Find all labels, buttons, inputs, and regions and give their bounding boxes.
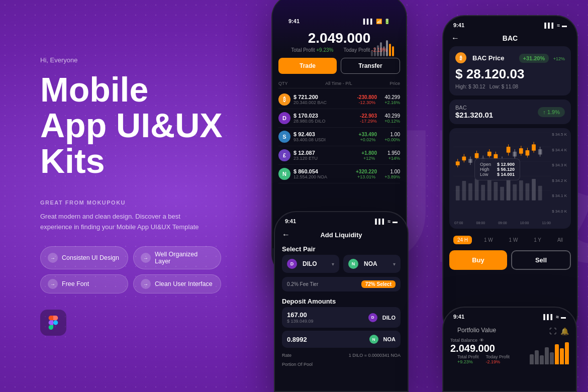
deposit2-amount: 0.8992: [287, 336, 307, 343]
svg-rect-30: [487, 152, 492, 156]
svg-rect-5: [456, 186, 460, 201]
status-icons-3: ▌▌▌≈▬: [375, 219, 398, 224]
phone-portfolio: 9:41 ▌▌▌≈▬ Portfolio Value ⛶ 🔔 Total Bal…: [442, 307, 577, 392]
left-panel: Hi, Everyone Mobile App UI&UX Kits GREAT…: [40, 0, 251, 392]
asset-icon-dilo: D: [278, 112, 290, 124]
noa-icon: N: [348, 259, 358, 269]
asset-change-etu: +1.800 +12%: [361, 150, 377, 161]
svg-rect-46: [538, 149, 542, 155]
asset-change-dilo: -22.903 -17.29%: [360, 113, 377, 124]
portion-row: Portion Of Pool: [275, 360, 408, 369]
svg-rect-42: [526, 150, 530, 156]
svg-rect-11: [494, 182, 498, 201]
portfolio-header: Portfolio Value ⛶ 🔔: [443, 322, 576, 338]
asset-price-btc: 40.299 +2.16%: [379, 94, 400, 105]
pair-select-noa[interactable]: N NOA ▾: [343, 255, 401, 273]
table-row: S $ 92.403 93.400.08 USDI +33.490 +0.02%…: [278, 128, 400, 146]
tag-3: → Free Font: [40, 274, 128, 293]
asset-change-usdi: +33.490 +0.02%: [359, 132, 377, 142]
portfolio-mini-chart: [530, 339, 569, 364]
bac-big-price: $ 28.120.03: [455, 66, 565, 82]
bac-mini-info: BAC $21.320.01: [455, 105, 493, 119]
asset-info-noa: $ 860.054 12.554.200 NOA: [293, 168, 354, 179]
asset-price-noa: 1.00 +3.89%: [379, 169, 400, 179]
phone1-mini-chart: [371, 40, 394, 56]
buy-sell-row: Buy Sell: [443, 247, 577, 276]
svg-rect-22: [462, 157, 466, 161]
time-tabs: 24 H 1 W 1 W 1 Y All: [443, 233, 577, 247]
status-icons-2: ▌▌▌≈▬: [544, 23, 567, 28]
bac-title: BAC: [503, 34, 518, 42]
time-tab-1w2[interactable]: 1 W: [505, 236, 522, 244]
bac-header: ← BAC: [443, 30, 577, 46]
add-liq-header: ← Add Liquidity: [275, 226, 408, 243]
deposit2-icon: N: [369, 335, 378, 344]
time-tab-1y[interactable]: 1 Y: [530, 236, 545, 244]
time-tab-1w[interactable]: 1 W: [480, 236, 497, 244]
bac-badge-pct: +31.20%: [519, 54, 549, 63]
deposit1-icon: D: [368, 313, 377, 322]
phone4-status: 9:41 ▌▌▌≈▬: [443, 308, 576, 322]
asset-price-etu: 1.950 +14%: [379, 150, 400, 161]
asset-info-usdi: $ 92.403 93.400.08 USDI: [293, 131, 357, 142]
table-row: D $ 170.023 28.980.05 DILO -22.903 -17.2…: [278, 109, 400, 128]
rate-row: Rate 1 DILO = 0.0000341 NOA: [275, 351, 408, 360]
asset-icon-etu: £: [278, 149, 290, 161]
tag-arrow-4: →: [141, 279, 151, 289]
tag-4: → Clean User Interface: [133, 274, 221, 293]
phone-bac: 9:41 ▌▌▌≈▬ ← BAC ₿ BAC Price +31.20%: [442, 15, 578, 337]
asset-change-noa: +320.220 +13.01%: [356, 169, 377, 179]
table-row: N $ 860.054 12.554.200 NOA +320.220 +13.…: [278, 165, 400, 183]
fee-badge: 72% Select: [361, 280, 396, 288]
trade-button[interactable]: Trade: [278, 58, 337, 74]
asset-info-dilo: $ 170.023 28.980.05 DILO: [293, 113, 358, 124]
select-pair-label: Select Pair: [275, 243, 408, 255]
status-icons-1: ▌▌▌📶🔋: [363, 19, 390, 24]
pair-row: D DILO ▾ N NOA ▾: [275, 255, 408, 277]
asset-info-etu: $ 12.087 23.120 ETU: [293, 150, 359, 161]
bac-mini-card: BAC $21.320.01 ↑ 1.9%: [449, 100, 571, 124]
asset-icon-noa: N: [278, 168, 290, 180]
description-text: Great modern and clean design. Discover …: [40, 212, 201, 233]
asset-price-dilo: 40.299 +0.12%: [379, 113, 400, 124]
buy-button[interactable]: Buy: [449, 250, 507, 270]
deposit-row-2: 0.8992 N NOA: [282, 331, 401, 348]
bac-high-low: High: $ 30.12 Low: $ 11.08: [455, 84, 565, 89]
tag-arrow-3: →: [48, 279, 58, 289]
tag-2: → Well Organized Layer: [133, 246, 221, 269]
add-liq-back-arrow[interactable]: ←: [282, 230, 290, 239]
portfolio-big-num: 2.049.000: [450, 343, 523, 354]
fee-label: 0.2% Fee Tier: [287, 281, 318, 287]
pair-coin-dilo: D DILO: [287, 259, 317, 269]
chevron-down-icon-2: ▾: [393, 261, 396, 267]
phone1-table-header: QTY All Time - P/L Price: [278, 79, 400, 88]
deposit-row-1: 167.00 $ 139.049.09 D DILO: [282, 307, 401, 328]
chevron-down-icon-1: ▾: [332, 261, 334, 267]
time-tab-all[interactable]: All: [553, 236, 567, 244]
svg-rect-14: [513, 184, 517, 201]
pair-coin-noa: N NOA: [348, 259, 377, 269]
phone1-main-content: Trade Transfer QTY All Time - P/L Price …: [272, 58, 406, 183]
fee-row: 0.2% Fee Tier 72% Select: [282, 277, 401, 291]
asset-price-usdi: 1.00 +0.00%: [379, 132, 400, 142]
portfolio-left: Total Balance 👁 2.049.000 Total Profit +…: [450, 338, 523, 364]
svg-rect-9: [481, 185, 485, 201]
deposit-label: Deposit Amounts: [275, 296, 408, 307]
svg-rect-6: [462, 181, 466, 201]
asset-icon-btc: ₿: [278, 93, 290, 106]
asset-icon-usdi: S: [278, 131, 290, 143]
deposit1-amount: 167.00: [287, 311, 314, 319]
tag-1: → Consisten UI Design: [40, 246, 128, 269]
status-icons-4: ▌▌▌≈▬: [543, 314, 566, 320]
time-tab-24h[interactable]: 24 H: [453, 236, 472, 244]
bac-chart-area: Open $ 12.900 High $ 56.120 Low $ 14.001…: [449, 128, 571, 229]
portfolio-profit-row: Total Profit +9.23% Today Profit -2.19%: [450, 354, 523, 364]
transfer-button[interactable]: Transfer: [341, 58, 400, 74]
pair-select-dilo[interactable]: D DILO ▾: [282, 255, 339, 273]
brand-subtitle: GREAT FROM MOKUPOKU: [40, 200, 251, 206]
asset-change-btc: -230.800 -12.30%: [357, 94, 377, 105]
tags-grid: → Consisten UI Design → Well Organized L…: [40, 246, 221, 293]
deposit1-sub: $ 139.049.09: [287, 319, 314, 324]
sell-button[interactable]: Sell: [511, 250, 571, 270]
bac-back-arrow[interactable]: ←: [451, 34, 459, 43]
